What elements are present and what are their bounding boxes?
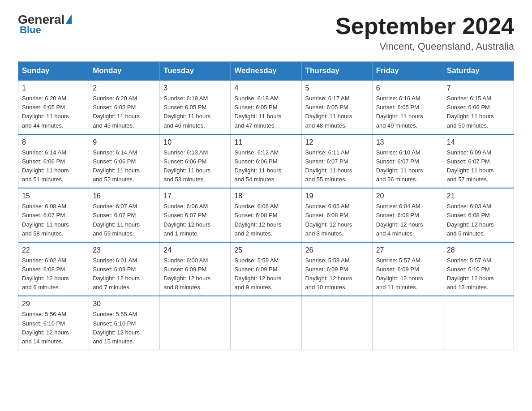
day-info: Sunrise: 6:05 AM Sunset: 6:08 PM Dayligh… [305, 202, 369, 238]
day-info: Sunrise: 6:19 AM Sunset: 6:05 PM Dayligh… [163, 94, 227, 130]
day-number: 22 [22, 246, 85, 254]
day-info: Sunrise: 6:06 AM Sunset: 6:08 PM Dayligh… [234, 202, 297, 238]
table-row: 30 Sunrise: 5:55 AM Sunset: 6:10 PM Dayl… [89, 296, 160, 350]
day-info: Sunrise: 5:57 AM Sunset: 6:09 PM Dayligh… [376, 256, 439, 292]
table-row: 2 Sunrise: 6:20 AM Sunset: 6:05 PM Dayli… [89, 80, 160, 134]
table-row: 4 Sunrise: 6:18 AM Sunset: 6:05 PM Dayli… [231, 80, 301, 134]
table-row [160, 296, 231, 350]
day-number: 23 [93, 246, 156, 254]
table-row [372, 296, 443, 350]
day-info: Sunrise: 6:17 AM Sunset: 6:05 PM Dayligh… [305, 94, 369, 130]
day-number: 18 [234, 192, 297, 200]
day-info: Sunrise: 6:01 AM Sunset: 6:09 PM Dayligh… [93, 256, 156, 292]
table-row: 29 Sunrise: 5:56 AM Sunset: 6:10 PM Dayl… [18, 296, 89, 350]
table-row: 14 Sunrise: 6:09 AM Sunset: 6:07 PM Dayl… [443, 134, 514, 188]
table-row: 18 Sunrise: 6:06 AM Sunset: 6:08 PM Dayl… [231, 188, 301, 242]
day-info: Sunrise: 5:57 AM Sunset: 6:10 PM Dayligh… [447, 256, 510, 292]
table-row: 3 Sunrise: 6:19 AM Sunset: 6:05 PM Dayli… [160, 80, 231, 134]
calendar-table: Sunday Monday Tuesday Wednesday Thursday… [18, 61, 514, 350]
day-info: Sunrise: 6:02 AM Sunset: 6:08 PM Dayligh… [22, 256, 85, 292]
col-tuesday: Tuesday [160, 62, 231, 81]
calendar-title: September 2024 [335, 13, 514, 39]
calendar-row: 15 Sunrise: 6:08 AM Sunset: 6:07 PM Dayl… [18, 188, 514, 242]
table-row: 21 Sunrise: 6:03 AM Sunset: 6:08 PM Dayl… [443, 188, 514, 242]
table-row: 13 Sunrise: 6:10 AM Sunset: 6:07 PM Dayl… [372, 134, 443, 188]
day-info: Sunrise: 5:59 AM Sunset: 6:09 PM Dayligh… [234, 256, 297, 292]
col-friday: Friday [372, 62, 443, 81]
day-info: Sunrise: 6:12 AM Sunset: 6:06 PM Dayligh… [234, 148, 297, 184]
day-number: 29 [22, 300, 85, 308]
day-info: Sunrise: 6:20 AM Sunset: 6:05 PM Dayligh… [22, 94, 85, 130]
day-number: 6 [376, 84, 439, 92]
logo-triangle-icon [65, 14, 72, 24]
day-number: 30 [93, 300, 156, 308]
col-wednesday: Wednesday [231, 62, 301, 81]
header-row: Sunday Monday Tuesday Wednesday Thursday… [18, 62, 514, 81]
day-number: 21 [447, 192, 510, 200]
table-row: 15 Sunrise: 6:08 AM Sunset: 6:07 PM Dayl… [18, 188, 89, 242]
day-info: Sunrise: 6:07 AM Sunset: 6:07 PM Dayligh… [93, 202, 156, 238]
table-row: 12 Sunrise: 6:11 AM Sunset: 6:07 PM Dayl… [301, 134, 372, 188]
day-number: 11 [234, 138, 297, 146]
day-number: 27 [376, 246, 439, 254]
calendar-subtitle: Vincent, Queensland, Australia [335, 41, 514, 52]
day-info: Sunrise: 5:56 AM Sunset: 6:10 PM Dayligh… [22, 310, 85, 346]
day-info: Sunrise: 6:10 AM Sunset: 6:07 PM Dayligh… [376, 148, 439, 184]
day-number: 2 [93, 84, 156, 92]
day-number: 15 [22, 192, 85, 200]
col-saturday: Saturday [443, 62, 514, 81]
day-number: 9 [93, 138, 156, 146]
calendar-row: 22 Sunrise: 6:02 AM Sunset: 6:08 PM Dayl… [18, 242, 514, 296]
table-row [443, 296, 514, 350]
table-row: 25 Sunrise: 5:59 AM Sunset: 6:09 PM Dayl… [231, 242, 301, 296]
day-number: 26 [305, 246, 369, 254]
logo: General Blue [18, 13, 73, 36]
day-number: 3 [163, 84, 227, 92]
table-row: 7 Sunrise: 6:15 AM Sunset: 6:06 PM Dayli… [443, 80, 514, 134]
col-thursday: Thursday [301, 62, 372, 81]
day-info: Sunrise: 6:04 AM Sunset: 6:08 PM Dayligh… [376, 202, 439, 238]
day-number: 17 [163, 192, 227, 200]
table-row: 22 Sunrise: 6:02 AM Sunset: 6:08 PM Dayl… [18, 242, 89, 296]
day-number: 12 [305, 138, 369, 146]
table-row: 11 Sunrise: 6:12 AM Sunset: 6:06 PM Dayl… [231, 134, 301, 188]
table-row: 1 Sunrise: 6:20 AM Sunset: 6:05 PM Dayli… [18, 80, 89, 134]
day-info: Sunrise: 6:06 AM Sunset: 6:07 PM Dayligh… [163, 202, 227, 238]
day-number: 7 [447, 84, 510, 92]
day-info: Sunrise: 6:00 AM Sunset: 6:09 PM Dayligh… [163, 256, 227, 292]
day-info: Sunrise: 6:03 AM Sunset: 6:08 PM Dayligh… [447, 202, 510, 238]
day-info: Sunrise: 6:13 AM Sunset: 6:06 PM Dayligh… [163, 148, 227, 184]
table-row: 9 Sunrise: 6:14 AM Sunset: 6:06 PM Dayli… [89, 134, 160, 188]
table-row: 24 Sunrise: 6:00 AM Sunset: 6:09 PM Dayl… [160, 242, 231, 296]
day-info: Sunrise: 6:08 AM Sunset: 6:07 PM Dayligh… [22, 202, 85, 238]
table-row: 27 Sunrise: 5:57 AM Sunset: 6:09 PM Dayl… [372, 242, 443, 296]
table-row [231, 296, 301, 350]
table-row [301, 296, 372, 350]
table-row: 26 Sunrise: 5:58 AM Sunset: 6:09 PM Dayl… [301, 242, 372, 296]
table-row: 5 Sunrise: 6:17 AM Sunset: 6:05 PM Dayli… [301, 80, 372, 134]
table-row: 16 Sunrise: 6:07 AM Sunset: 6:07 PM Dayl… [89, 188, 160, 242]
calendar-row: 1 Sunrise: 6:20 AM Sunset: 6:05 PM Dayli… [18, 80, 514, 134]
day-number: 20 [376, 192, 439, 200]
day-number: 8 [22, 138, 85, 146]
day-info: Sunrise: 6:14 AM Sunset: 6:06 PM Dayligh… [93, 148, 156, 184]
day-info: Sunrise: 5:58 AM Sunset: 6:09 PM Dayligh… [305, 256, 369, 292]
day-number: 19 [305, 192, 369, 200]
calendar-row: 29 Sunrise: 5:56 AM Sunset: 6:10 PM Dayl… [18, 296, 514, 350]
day-number: 25 [234, 246, 297, 254]
table-row: 20 Sunrise: 6:04 AM Sunset: 6:08 PM Dayl… [372, 188, 443, 242]
day-info: Sunrise: 6:16 AM Sunset: 6:05 PM Dayligh… [376, 94, 439, 130]
logo-blue: Blue [20, 24, 41, 36]
day-info: Sunrise: 6:15 AM Sunset: 6:06 PM Dayligh… [447, 94, 510, 130]
day-info: Sunrise: 5:55 AM Sunset: 6:10 PM Dayligh… [93, 310, 156, 346]
day-info: Sunrise: 6:11 AM Sunset: 6:07 PM Dayligh… [305, 148, 369, 184]
calendar-row: 8 Sunrise: 6:14 AM Sunset: 6:06 PM Dayli… [18, 134, 514, 188]
day-number: 13 [376, 138, 439, 146]
table-row: 17 Sunrise: 6:06 AM Sunset: 6:07 PM Dayl… [160, 188, 231, 242]
day-number: 10 [163, 138, 227, 146]
day-info: Sunrise: 6:20 AM Sunset: 6:05 PM Dayligh… [93, 94, 156, 130]
day-info: Sunrise: 6:09 AM Sunset: 6:07 PM Dayligh… [447, 148, 510, 184]
day-number: 14 [447, 138, 510, 146]
day-number: 24 [163, 246, 227, 254]
day-number: 28 [447, 246, 510, 254]
